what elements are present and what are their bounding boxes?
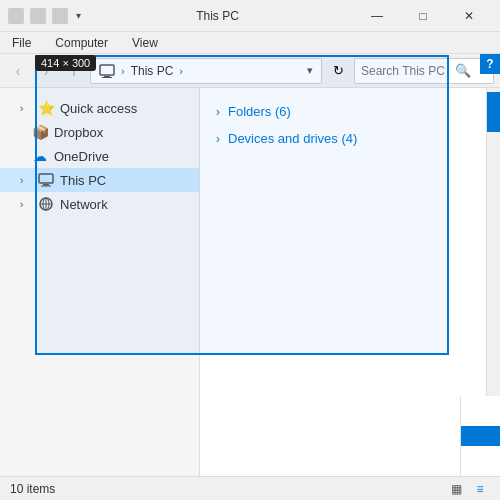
network-expand-arrow: › — [20, 199, 32, 210]
sidebar-item-onedrive[interactable]: ☁ OneDrive — [0, 144, 199, 168]
list-view-button[interactable]: ≡ — [470, 479, 490, 499]
menu-computer[interactable]: Computer — [51, 34, 112, 52]
view-controls: ▦ ≡ — [446, 479, 490, 499]
dropbox-icon: 📦 — [32, 124, 48, 140]
svg-rect-3 — [39, 174, 53, 183]
address-dropdown-btn[interactable]: ▾ — [307, 64, 313, 77]
menubar: File Computer View — [0, 32, 500, 54]
sidebar-item-dropbox[interactable]: 📦 Dropbox — [0, 120, 199, 144]
quickaccess-expand-arrow: › — [20, 103, 32, 114]
svg-rect-4 — [43, 184, 49, 186]
drives-chevron: › — [216, 132, 220, 146]
scrollbar-thumb[interactable] — [487, 92, 500, 132]
addressbar: ‹ › ↑ › This PC › ▾ ↻ 🔍 — [0, 54, 500, 88]
address-separator-2: › — [179, 65, 183, 77]
main-panel: › Folders (6) › Devices and drives (4) — [200, 88, 486, 476]
address-computer-icon — [99, 63, 115, 79]
refresh-icon: ↻ — [333, 63, 344, 78]
file-explorer-window: ▾ This PC — □ ✕ File Computer View ‹ › ↑… — [0, 0, 500, 500]
dropbox-label: Dropbox — [54, 125, 191, 140]
sidebar-item-network[interactable]: › Network — [0, 192, 199, 216]
menu-view[interactable]: View — [128, 34, 162, 52]
mini-panel-white-bottom — [461, 446, 500, 476]
close-button[interactable]: ✕ — [446, 0, 492, 32]
drives-section-header[interactable]: › Devices and drives (4) — [216, 131, 470, 146]
sidebar: › ⭐ Quick access 📦 Dropbox ☁ OneDrive › — [0, 88, 200, 476]
quickaccess-icon: ⭐ — [38, 100, 54, 116]
search-input[interactable] — [361, 64, 451, 78]
onedrive-label: OneDrive — [54, 149, 191, 164]
items-count: 10 items — [10, 482, 55, 496]
quick-access-icon-1 — [8, 8, 24, 24]
folders-chevron: › — [216, 105, 220, 119]
address-separator-1: › — [121, 65, 125, 77]
window-title: This PC — [81, 9, 354, 23]
sidebar-item-quickaccess[interactable]: › ⭐ Quick access — [0, 96, 199, 120]
titlebar-quick-access: ▾ — [8, 8, 81, 24]
minimize-button[interactable]: — — [354, 0, 400, 32]
forward-button[interactable]: › — [34, 59, 58, 83]
computer-icon — [99, 63, 115, 79]
address-thispc-label: This PC — [131, 64, 174, 78]
address-bar-box[interactable]: › This PC › ▾ — [90, 58, 322, 84]
svg-rect-0 — [100, 65, 114, 75]
search-icon[interactable]: 🔍 — [455, 63, 471, 78]
quick-access-icon-3 — [52, 8, 68, 24]
folders-section-title: Folders (6) — [228, 104, 291, 119]
up-button[interactable]: ↑ — [62, 59, 86, 83]
thispc-icon — [38, 172, 54, 188]
back-button[interactable]: ‹ — [6, 59, 30, 83]
svg-rect-2 — [102, 77, 112, 78]
quickaccess-label: Quick access — [60, 101, 191, 116]
onedrive-icon: ☁ — [32, 148, 48, 164]
search-box[interactable]: 🔍 — [354, 58, 494, 84]
content-area: › ⭐ Quick access 📦 Dropbox ☁ OneDrive › — [0, 88, 500, 476]
titlebar: ▾ This PC — □ ✕ — [0, 0, 500, 32]
statusbar: 10 items ▦ ≡ — [0, 476, 500, 500]
grid-view-button[interactable]: ▦ — [446, 479, 466, 499]
quick-access-icon-2 — [30, 8, 46, 24]
drives-section-title: Devices and drives (4) — [228, 131, 357, 146]
thispc-label: This PC — [60, 173, 191, 188]
network-icon — [38, 196, 54, 212]
refresh-button[interactable]: ↻ — [326, 59, 350, 83]
help-button[interactable]: ? — [480, 54, 500, 74]
mini-panel — [460, 396, 500, 476]
thispc-expand-arrow: › — [20, 175, 32, 186]
window-controls: — □ ✕ — [354, 0, 492, 32]
mini-panel-white-top — [461, 396, 500, 426]
sidebar-item-thispc[interactable]: › This PC — [0, 168, 199, 192]
mini-panel-blue — [461, 426, 500, 446]
folders-section-header[interactable]: › Folders (6) — [216, 104, 470, 119]
maximize-button[interactable]: □ — [400, 0, 446, 32]
menu-file[interactable]: File — [8, 34, 35, 52]
network-label: Network — [60, 197, 191, 212]
svg-rect-5 — [41, 186, 51, 187]
